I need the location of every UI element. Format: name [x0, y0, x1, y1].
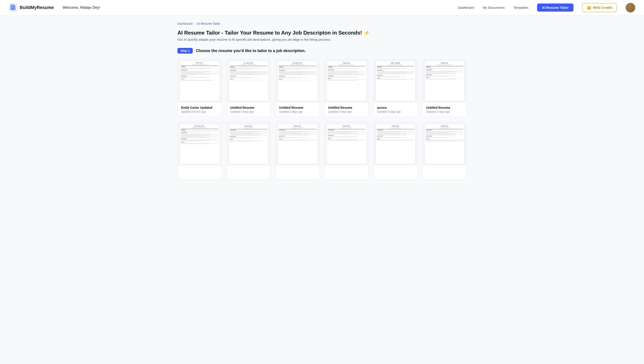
resume-card-8[interactable]: Nilabjo Dey nilabjo@email.com · (302) 33…	[227, 122, 271, 180]
resume-updated-8	[230, 173, 267, 176]
step1-header: Step 1 Choose the resume you'd like to t…	[177, 48, 467, 54]
resume-name-3: Untitled Resume	[279, 106, 316, 110]
breadcrumb-current: AI Resume Tailor	[197, 22, 220, 26]
resume-name-7	[181, 169, 218, 172]
welcome-text: Welcome, Nilabjo Dey!	[63, 6, 454, 10]
resume-card-12[interactable]: Nilabjo Dey nilabjo@email.com · (302) 33…	[422, 122, 467, 180]
resume-thumbnail-11: Nilabjo Dey nilabjo@email.com · (302) 33…	[374, 122, 417, 166]
resume-updated-11	[377, 173, 414, 176]
resume-info-1: Emily Carter Updated Updated 6 hours ago	[178, 103, 222, 116]
resume-info-9	[276, 166, 319, 180]
nav-templates[interactable]: Templates	[513, 6, 528, 10]
site-logo[interactable]: BuildMyResume	[9, 3, 54, 12]
resume-preview-4: Nilabjo Dey nilabjo@email.com · (142) 84…	[326, 61, 367, 101]
resume-preview-11: Nilabjo Dey nilabjo@email.com · (302) 33…	[375, 124, 416, 164]
avatar[interactable]	[625, 3, 635, 12]
resume-thumbnail-5: AMIT KUMAR amit@email.com · (142) 840-42…	[374, 59, 417, 103]
resume-info-8	[227, 166, 271, 180]
resume-info-11	[374, 166, 417, 180]
resume-updated-12	[426, 173, 463, 176]
resume-updated-7	[181, 173, 218, 176]
resume-name-5: aurora	[377, 106, 414, 110]
logo-icon	[9, 3, 18, 12]
resume-preview-8: Nilabjo Dey nilabjo@email.com · (302) 33…	[229, 124, 269, 164]
resume-preview-7: NILABJO DEY nilabjo@email.com · (302) 33…	[179, 124, 220, 164]
nav-my-documents[interactable]: My Documents	[483, 6, 505, 10]
resume-name-4: Untitled Resume	[328, 106, 365, 110]
resume-name-12	[426, 169, 463, 172]
resume-updated-10	[328, 173, 365, 176]
resume-info-7	[178, 166, 222, 180]
step1-text: Choose the resume you'd like to tailor t…	[196, 48, 306, 53]
resume-preview-6: Nilabjo Dey nilabjo@email.com · (142) 84…	[424, 61, 465, 101]
resume-name-10	[328, 169, 365, 172]
resume-name-11	[377, 169, 414, 172]
resume-preview-10: Nilabjo Dey nilabjo@email.com · (302) 33…	[326, 124, 367, 164]
resume-info-2: Untitled Resume Updated 2 days ago	[227, 103, 271, 116]
svg-rect-6	[12, 6, 16, 10]
breadcrumb-dashboard[interactable]: Dashboard	[177, 22, 192, 26]
breadcrumb: Dashboard › AI Resume Tailor	[177, 22, 467, 26]
resume-name-1: Emily Carter Updated	[181, 106, 218, 110]
credits-crown-icon: 👑	[587, 5, 591, 10]
resume-card-10[interactable]: Nilabjo Dey nilabjo@email.com · (302) 33…	[324, 122, 369, 180]
step1-badge: Step 1	[177, 48, 193, 54]
credits-label: 9543 Credits	[593, 6, 612, 10]
resume-grid-row2: NILABJO DEY nilabjo@email.com · (302) 33…	[177, 122, 467, 180]
resume-card-7[interactable]: NILABJO DEY nilabjo@email.com · (302) 33…	[177, 122, 222, 180]
page-title: AI Resume Tailor - Tailor Your Resume to…	[177, 30, 467, 36]
resume-preview-5: AMIT KUMAR amit@email.com · (142) 840-42…	[375, 61, 416, 101]
avatar-image	[625, 3, 635, 12]
resume-updated-4: Updated 2 days ago	[328, 110, 365, 113]
resume-updated-5: Updated 3 days ago	[377, 110, 414, 113]
resume-updated-9	[279, 173, 316, 176]
ai-resume-tailor-button[interactable]: AI Resume Tailor	[537, 4, 573, 12]
resume-card-3[interactable]: NILABJO DEY nilabjo@email.com · (142) 84…	[275, 59, 320, 116]
resume-thumbnail-1: Emily Carter email@email.com · (123) 456…	[178, 59, 222, 103]
resume-card-11[interactable]: Nilabjo Dey nilabjo@email.com · (302) 33…	[373, 122, 418, 180]
resume-preview-2: NILABJO DEY nilabjo@email.com · (142) 84…	[229, 61, 269, 101]
main-content: Dashboard › AI Resume Tailor AI Resume T…	[169, 15, 475, 192]
resume-thumbnail-12: Nilabjo Dey nilabjo@email.com · (302) 33…	[422, 122, 466, 166]
resume-thumbnail-3: NILABJO DEY nilabjo@email.com · (142) 84…	[276, 59, 319, 103]
resume-card-9[interactable]: Nilabjo Dey nilabjo@email.com · (302) 33…	[275, 122, 320, 180]
resume-thumbnail-10: Nilabjo Dey nilabjo@email.com · (302) 33…	[325, 122, 368, 166]
breadcrumb-separator: ›	[194, 22, 195, 26]
resume-card-2[interactable]: NILABJO DEY nilabjo@email.com · (142) 84…	[227, 59, 271, 116]
resume-card-4[interactable]: Nilabjo Dey nilabjo@email.com · (142) 84…	[324, 59, 369, 116]
resume-info-10	[325, 166, 368, 180]
resume-info-12	[422, 166, 466, 180]
resume-info-5: aurora Updated 3 days ago	[374, 103, 417, 116]
nav-links: Dashboard My Documents Templates AI Resu…	[458, 3, 635, 12]
resume-name-6: Untitled Resume	[426, 106, 463, 110]
resume-preview-3: NILABJO DEY nilabjo@email.com · (142) 84…	[277, 61, 318, 101]
resume-thumbnail-4: Nilabjo Dey nilabjo@email.com · (142) 84…	[325, 59, 368, 103]
resume-preview-1: Emily Carter email@email.com · (123) 456…	[179, 61, 220, 101]
resume-info-4: Untitled Resume Updated 2 days ago	[325, 103, 368, 116]
resume-updated-6: Updated 3 days ago	[426, 110, 463, 113]
resume-card-1[interactable]: Emily Carter email@email.com · (123) 456…	[177, 59, 222, 116]
resume-thumbnail-9: Nilabjo Dey nilabjo@email.com · (302) 33…	[276, 122, 319, 166]
resume-info-6: Untitled Resume Updated 3 days ago	[422, 103, 466, 116]
page-subtitle: Our AI quickly adapts your resume to fit…	[177, 38, 467, 41]
resume-name-2: Untitled Resume	[230, 106, 267, 110]
resume-updated-1: Updated 6 hours ago	[181, 110, 218, 113]
resume-updated-3: Updated 2 days ago	[279, 110, 316, 113]
nav-dashboard[interactable]: Dashboard	[458, 6, 474, 10]
resume-thumbnail-8: Nilabjo Dey nilabjo@email.com · (302) 33…	[227, 122, 271, 166]
resume-thumbnail-6: Nilabjo Dey nilabjo@email.com · (142) 84…	[422, 59, 466, 103]
resume-updated-2: Updated 2 days ago	[230, 110, 267, 113]
resume-info-3: Untitled Resume Updated 2 days ago	[276, 103, 319, 116]
resume-grid-row1: Emily Carter email@email.com · (123) 456…	[177, 59, 467, 116]
resume-name-8	[230, 169, 267, 172]
resume-thumbnail-2: NILABJO DEY nilabjo@email.com · (142) 84…	[227, 59, 271, 103]
resume-name-9	[279, 169, 316, 172]
resume-preview-12: Nilabjo Dey nilabjo@email.com · (302) 33…	[424, 124, 465, 164]
resume-preview-9: Nilabjo Dey nilabjo@email.com · (302) 33…	[277, 124, 318, 164]
resume-card-5[interactable]: AMIT KUMAR amit@email.com · (142) 840-42…	[373, 59, 418, 116]
resume-card-6[interactable]: Nilabjo Dey nilabjo@email.com · (142) 84…	[422, 59, 467, 116]
navbar: BuildMyResume Welcome, Nilabjo Dey! Dash…	[0, 0, 644, 15]
credits-button[interactable]: 👑 9543 Credits	[582, 3, 617, 12]
resume-thumbnail-7: NILABJO DEY nilabjo@email.com · (302) 33…	[178, 122, 222, 166]
logo-text: BuildMyResume	[20, 5, 54, 10]
